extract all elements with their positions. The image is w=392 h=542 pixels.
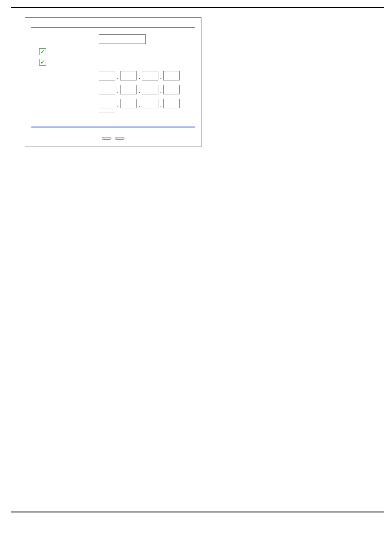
metric-input[interactable] <box>99 113 115 122</box>
dest-ip-octet-3[interactable] <box>142 71 158 80</box>
active-checkbox[interactable]: ✓ <box>39 59 46 66</box>
divider <box>31 27 195 28</box>
subnet-octet-3[interactable] <box>142 85 158 94</box>
gateway-octet-2[interactable] <box>120 99 137 108</box>
apply-button[interactable] <box>102 137 111 140</box>
dest-ip-octet-1[interactable] <box>99 71 115 80</box>
dot-icon: . <box>159 88 162 95</box>
route-name-input[interactable] <box>99 34 146 44</box>
gateway-octet-3[interactable] <box>142 99 158 108</box>
static-routes-panel: ✓ ✓ . . . . . <box>25 17 201 147</box>
subnet-octet-2[interactable] <box>120 85 137 94</box>
figure-static-routes: ✓ ✓ . . . . . <box>25 17 384 147</box>
running-header <box>11 4 384 8</box>
dest-ip-octet-4[interactable] <box>163 71 180 80</box>
dot-icon: . <box>116 88 119 95</box>
cancel-button[interactable] <box>115 137 124 140</box>
dot-icon: . <box>116 102 119 109</box>
dot-icon: . <box>137 102 141 109</box>
dest-ip-octet-2[interactable] <box>120 71 137 80</box>
dot-icon: . <box>137 88 141 95</box>
dot-icon: . <box>116 74 119 81</box>
subnet-octet-1[interactable] <box>99 85 115 94</box>
divider <box>31 127 195 127</box>
gateway-octet-4[interactable] <box>163 99 180 108</box>
dot-icon: . <box>137 74 141 81</box>
dot-icon: . <box>159 74 162 81</box>
private-checkbox[interactable]: ✓ <box>39 48 46 55</box>
gateway-octet-1[interactable] <box>99 99 115 108</box>
subnet-octet-4[interactable] <box>163 85 180 94</box>
dot-icon: . <box>159 102 162 109</box>
